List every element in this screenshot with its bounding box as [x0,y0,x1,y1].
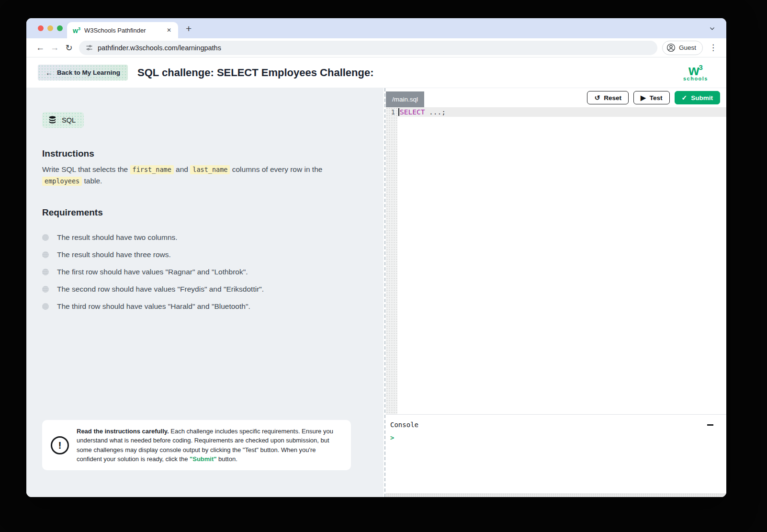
console-title: Console [390,421,418,429]
database-icon [48,115,57,125]
person-icon [666,43,676,52]
test-button[interactable]: ▶ Test [633,91,670,104]
editor-actions: ↺ Reset ▶ Test ✓ Submit [587,91,720,104]
requirement-bullet-icon [42,286,49,293]
requirement-bullet-icon [42,234,49,241]
language-badge: SQL [42,112,84,128]
page-title: SQL challenge: SELECT Employees Challeng… [137,67,374,79]
w3schools-favicon-icon: w3 [73,27,80,34]
line-number-gutter [386,107,397,414]
left-arrow-icon: ← [45,68,53,77]
w3schools-logo: w3 schools [683,64,715,81]
requirement-item: The third row should have values "Harald… [42,302,355,311]
requirement-text: The third row should have values "Harald… [57,302,250,311]
language-badge-label: SQL [62,116,76,124]
reset-icon: ↺ [594,94,600,101]
browser-tab[interactable]: w3 W3Schools Pathfinder ✕ [67,22,178,38]
code-editor[interactable]: 1 SELECT ...; [386,107,726,414]
submit-label: Submit [691,94,713,102]
requirement-text: The second row should have values "Freyd… [57,285,264,294]
new-tab-button[interactable]: + [186,23,192,34]
browser-toolbar: ← → ↻ pathfinder.w3schools.com/learningp… [26,38,726,57]
active-line-highlight [397,107,726,117]
chevron-down-icon [709,25,715,32]
instructions-note: ! Read the instructions carefully. Each … [42,420,351,470]
file-tab-main-sql[interactable]: /main.sql [386,91,424,107]
profile-button[interactable]: Guest [662,41,703,55]
requirement-item: The first row should have values "Ragnar… [42,268,355,276]
requirement-bullet-icon [42,269,49,275]
site-settings-icon [86,44,93,51]
console-header: Console [390,421,720,429]
requirement-text: The first row should have values "Ragnar… [57,268,248,276]
code-token: employees [42,177,82,186]
address-bar[interactable]: pathfinder.w3schools.com/learningpaths [79,41,657,55]
editor-panel: /main.sql ↺ Reset ▶ Test ✓ Submit [386,88,726,497]
browser-menu-button[interactable]: ⋮ [707,43,720,53]
requirement-item: The result should have three rows. [42,250,355,259]
tab-search-button[interactable] [705,23,719,34]
note-text: Read the instructions carefully. Each ch… [77,427,342,464]
check-icon: ✓ [682,94,688,101]
instructions-heading: Instructions [42,148,355,159]
requirement-text: The result should have two columns. [57,233,178,242]
back-to-learning-button[interactable]: ← Back to My Learning [38,65,128,80]
page-header: ← Back to My Learning SQL challenge: SEL… [26,57,726,88]
horizontal-scrollbar[interactable] [386,493,726,497]
line-number: 1 [386,107,397,117]
main-content: SQL Instructions Write SQL that selects … [26,88,726,497]
test-label: Test [650,94,663,102]
text-cursor [398,108,399,116]
back-button[interactable]: ← [33,41,47,55]
code-token: first_name [130,165,174,174]
challenge-panel: SQL Instructions Write SQL that selects … [26,88,384,497]
play-icon: ▶ [641,94,646,101]
tab-title: W3Schools Pathfinder [84,27,161,34]
reset-button[interactable]: ↺ Reset [587,91,629,104]
forward-button[interactable]: → [47,41,62,55]
requirements-heading: Requirements [42,207,355,218]
sql-keyword: SELECT [400,107,425,117]
submit-button[interactable]: ✓ Submit [675,91,720,104]
browser-window: w3 W3Schools Pathfinder ✕ + ← → ↻ pathfi… [26,18,726,497]
close-tab-icon[interactable]: ✕ [165,26,173,34]
close-window-button[interactable] [38,25,44,31]
code-token: last_name [190,165,230,174]
submit-emphasis: "Submit" [190,455,216,463]
reset-label: Reset [604,94,621,102]
instructions-text: Write SQL that selects the first_name an… [42,164,343,187]
fullscreen-window-button[interactable] [57,25,63,31]
console-minimize-icon[interactable] [707,424,713,426]
editor-toolbar: /main.sql ↺ Reset ▶ Test ✓ Submit [386,88,726,107]
profile-label: Guest [679,44,696,51]
requirement-bullet-icon [42,251,49,258]
requirement-item: The result should have two columns. [42,233,355,242]
exclamation-circle-icon: ! [51,436,69,454]
console-prompt: > [390,434,720,441]
requirement-bullet-icon [42,303,49,310]
url-text: pathfinder.w3schools.com/learningpaths [98,44,221,52]
browser-tab-strip: w3 W3Schools Pathfinder ✕ + [26,18,726,38]
requirements-list: The result should have two columns. The … [42,225,355,311]
code-rest: ...; [425,107,446,117]
code-line: SELECT ...; [398,107,446,117]
requirement-item: The second row should have values "Freyd… [42,285,355,294]
reload-button[interactable]: ↻ [62,41,76,55]
back-to-learning-label: Back to My Learning [57,69,120,76]
traffic-lights [38,25,63,31]
minimize-window-button[interactable] [47,25,53,31]
requirement-text: The result should have three rows. [57,250,171,259]
console-panel: Console > [386,414,726,493]
